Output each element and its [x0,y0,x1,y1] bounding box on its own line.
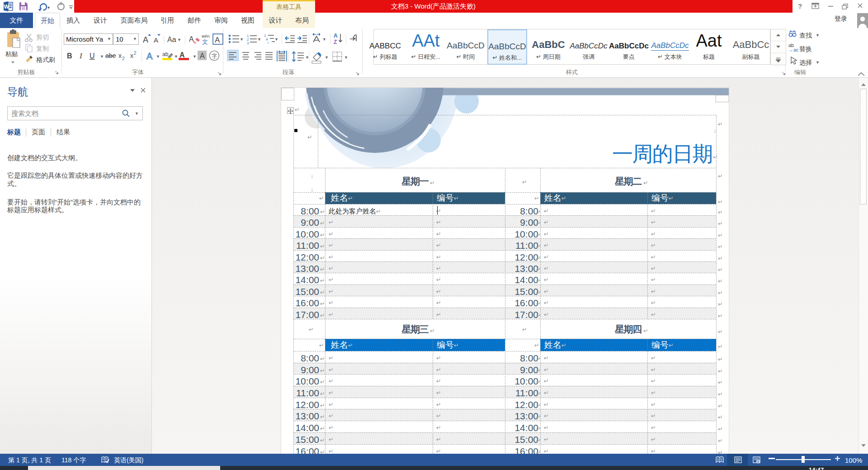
svg-text:字: 字 [212,53,217,59]
svg-text:I: I [79,52,83,60]
svg-text:▼: ▼ [344,55,348,60]
svg-text:选择: 选择 [799,59,812,66]
svg-text:▼: ▼ [193,54,197,59]
svg-text:▼: ▼ [305,55,309,60]
svg-text:B: B [67,52,72,60]
svg-text:▼: ▼ [257,37,261,42]
svg-text:x: x [130,52,133,59]
svg-text:▼: ▼ [240,37,244,42]
svg-text:▼: ▼ [816,33,820,38]
svg-text:A: A [334,33,338,39]
svg-text:▼: ▼ [325,55,329,60]
svg-text:▼: ▼ [100,54,104,59]
svg-text:粘贴: 粘贴 [5,50,18,57]
svg-text:→ac: →ac [788,47,799,52]
svg-text:A: A [154,36,158,44]
svg-text:i: i [268,41,269,45]
svg-text:复制: 复制 [36,45,49,52]
svg-text:替换: 替换 [799,45,812,52]
svg-text:W: W [4,4,9,10]
svg-text:?: ? [798,2,802,10]
svg-text:A: A [215,36,220,44]
svg-text:▼: ▼ [174,54,178,59]
svg-text:A: A [179,51,185,59]
svg-text:wén: wén [201,33,209,38]
svg-text:格式刷: 格式刷 [36,56,55,63]
svg-text:▼: ▼ [177,38,181,42]
svg-text:abe: abe [105,52,116,59]
svg-text:▼: ▼ [156,54,160,59]
svg-text:剪切: 剪切 [36,33,49,41]
svg-text:▼: ▼ [274,37,278,42]
svg-text:▼: ▼ [322,37,326,42]
svg-text:▼: ▼ [816,60,820,65]
svg-text:3: 3 [247,41,249,45]
svg-text:文: 文 [202,38,208,45]
svg-text:Aa: Aa [167,36,176,43]
svg-text:A: A [200,52,205,60]
svg-text:ab: ab [162,51,169,57]
svg-text:A: A [146,51,153,61]
svg-text:2: 2 [134,51,137,56]
svg-text:U: U [90,52,95,60]
svg-text:x: x [118,52,122,59]
svg-text:查找: 查找 [799,32,812,39]
svg-text:A: A [143,35,148,44]
svg-text:Z: Z [334,39,337,45]
svg-text:▾: ▾ [47,5,50,10]
svg-text:2: 2 [122,56,125,61]
